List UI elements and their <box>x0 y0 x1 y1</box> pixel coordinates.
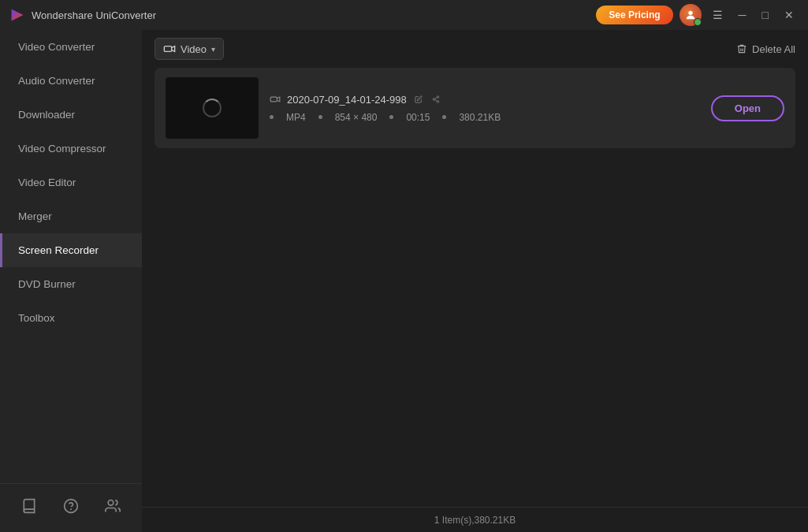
maximize-button[interactable]: □ <box>758 6 773 24</box>
menu-button[interactable]: ☰ <box>708 6 728 24</box>
sidebar-item-video-converter[interactable]: Video Converter <box>0 30 142 64</box>
delete-all-label: Delete All <box>752 43 795 55</box>
menu-icon: ☰ <box>713 9 723 21</box>
app-logo-icon <box>9 7 25 23</box>
sidebar-item-screen-recorder[interactable]: Screen Recorder <box>0 233 142 267</box>
file-format: MP4 <box>286 112 306 123</box>
video-mode-button[interactable]: Video ▾ <box>155 38 224 60</box>
content-area: Video ▾ Delete All 2020-07 <box>142 30 808 532</box>
meta-dot-2 <box>318 115 322 119</box>
help-icon[interactable] <box>60 495 82 521</box>
svg-point-9 <box>437 101 439 103</box>
titlebar-left: Wondershare UniConverter <box>9 7 156 23</box>
sidebar: Video Converter Audio Converter Download… <box>0 30 142 532</box>
file-thumbnail <box>166 77 259 139</box>
chevron-down-icon: ▾ <box>211 45 215 54</box>
svg-point-7 <box>437 96 439 99</box>
sidebar-item-toolbox[interactable]: Toolbox <box>0 301 142 335</box>
titlebar: Wondershare UniConverter See Pricing ☰ ─… <box>0 0 808 30</box>
minimize-button[interactable]: ─ <box>734 6 751 24</box>
user-avatar[interactable] <box>680 4 702 26</box>
file-meta-row: MP4 854 × 480 00:15 380.21KB <box>270 112 700 123</box>
file-list: 2020-07-09_14-01-24-998 MP4 854 × 480 00… <box>142 68 808 507</box>
sidebar-item-audio-converter[interactable]: Audio Converter <box>0 64 142 98</box>
sidebar-item-video-editor[interactable]: Video Editor <box>0 166 142 199</box>
status-text: 1 Item(s),380.21KB <box>434 515 516 526</box>
titlebar-right: See Pricing ☰ ─ □ ✕ <box>596 4 799 26</box>
edit-icon[interactable] <box>413 94 424 105</box>
maximize-icon: □ <box>762 9 769 21</box>
close-button[interactable]: ✕ <box>780 6 799 24</box>
close-icon: ✕ <box>784 9 794 21</box>
video-camera-icon <box>163 43 176 55</box>
svg-point-4 <box>108 500 114 506</box>
sidebar-item-merger[interactable]: Merger <box>0 199 142 233</box>
file-resolution: 854 × 480 <box>335 112 378 123</box>
svg-line-10 <box>434 100 437 102</box>
file-info: 2020-07-09_14-01-24-998 MP4 854 × 480 00… <box>270 94 700 123</box>
minimize-icon: ─ <box>739 9 747 21</box>
users-icon[interactable] <box>102 495 124 521</box>
file-card: 2020-07-09_14-01-24-998 MP4 854 × 480 00… <box>155 68 795 148</box>
book-icon[interactable] <box>18 495 40 521</box>
share-icon[interactable] <box>430 94 441 105</box>
status-bar: 1 Item(s),380.21KB <box>142 507 808 532</box>
file-size: 380.21KB <box>459 112 501 123</box>
content-toolbar: Video ▾ Delete All <box>142 30 808 68</box>
svg-point-1 <box>688 11 692 15</box>
sidebar-item-dvd-burner[interactable]: DVD Burner <box>0 267 142 301</box>
sidebar-footer <box>0 483 142 532</box>
meta-dot-4 <box>442 115 446 119</box>
svg-rect-5 <box>164 47 171 52</box>
file-name-row: 2020-07-09_14-01-24-998 <box>270 94 700 106</box>
see-pricing-button[interactable]: See Pricing <box>596 6 672 24</box>
open-button[interactable]: Open <box>711 95 784 121</box>
svg-marker-0 <box>12 9 24 21</box>
video-mode-wrapper: Video ▾ <box>155 38 224 60</box>
svg-point-8 <box>433 99 435 101</box>
main-layout: Video Converter Audio Converter Download… <box>0 30 808 532</box>
file-name: 2020-07-09_14-01-24-998 <box>287 94 407 106</box>
file-duration: 00:15 <box>406 112 430 123</box>
meta-dot-3 <box>389 115 393 119</box>
svg-line-11 <box>434 98 437 99</box>
delete-all-button[interactable]: Delete All <box>736 43 795 55</box>
trash-icon <box>736 43 747 54</box>
meta-dot-1 <box>270 115 274 119</box>
sidebar-item-downloader[interactable]: Downloader <box>0 98 142 132</box>
loading-spinner <box>203 99 222 117</box>
file-video-icon <box>270 94 281 105</box>
svg-rect-6 <box>270 97 277 102</box>
app-title: Wondershare UniConverter <box>32 9 156 21</box>
sidebar-item-video-compressor[interactable]: Video Compressor <box>0 132 142 166</box>
video-mode-label: Video <box>181 43 207 55</box>
